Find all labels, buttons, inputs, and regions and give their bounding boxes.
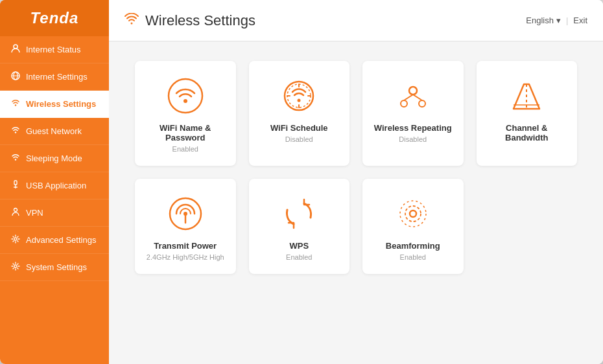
empty-card bbox=[477, 179, 578, 274]
svg-point-35 bbox=[405, 206, 421, 222]
card-title: Transmit Power bbox=[154, 241, 217, 251]
sidebar: Tenda Internet Status Internet Settings bbox=[0, 0, 109, 364]
svg-point-6 bbox=[15, 159, 16, 160]
wps-icon bbox=[279, 194, 318, 233]
svg-point-0 bbox=[14, 45, 18, 49]
sidebar-item-vpn[interactable]: VPN bbox=[0, 199, 109, 227]
language-label: English bbox=[526, 16, 554, 25]
header: Wireless Settings English ▾ | Exit bbox=[109, 0, 603, 41]
svg-line-27 bbox=[413, 95, 422, 100]
card-title: WiFi Name & Password bbox=[145, 123, 226, 142]
chevron-down-icon: ▾ bbox=[556, 16, 561, 25]
sidebar-item-internet-settings[interactable]: Internet Settings bbox=[0, 63, 109, 91]
card-wps[interactable]: WPS Enabled bbox=[249, 179, 350, 274]
page-title: Wireless Settings bbox=[145, 12, 255, 29]
wireless-settings-icon bbox=[10, 98, 21, 109]
sidebar-item-advanced-settings[interactable]: Advanced Settings bbox=[0, 227, 109, 254]
svg-point-13 bbox=[131, 23, 133, 25]
svg-point-34 bbox=[410, 210, 416, 217]
main-content: Wireless Settings English ▾ | Exit bbox=[109, 0, 603, 364]
sidebar-label: USB Application bbox=[26, 181, 86, 190]
wifi-schedule-icon bbox=[279, 76, 318, 115]
svg-point-25 bbox=[419, 100, 425, 107]
card-wifi-name-password[interactable]: WiFi Name & Password Enabled bbox=[135, 61, 236, 166]
svg-point-17 bbox=[287, 84, 311, 108]
cards-row-2: Transmit Power 2.4GHz High/5GHz High WPS bbox=[135, 179, 577, 274]
svg-line-26 bbox=[404, 95, 413, 100]
card-title: Beamforming bbox=[386, 241, 440, 251]
internet-settings-icon bbox=[10, 71, 21, 82]
svg-point-11 bbox=[14, 238, 17, 240]
vpn-icon bbox=[10, 207, 21, 218]
channel-bandwidth-icon bbox=[507, 76, 546, 115]
card-wireless-repeating[interactable]: Wireless Repeating Disabled bbox=[362, 61, 464, 166]
divider: | bbox=[566, 16, 568, 25]
sidebar-label: Sleeping Mode bbox=[26, 154, 82, 163]
guest-network-icon bbox=[10, 126, 21, 137]
svg-point-14 bbox=[169, 79, 202, 113]
sidebar-item-wireless-settings[interactable]: Wireless Settings bbox=[0, 91, 109, 118]
svg-point-10 bbox=[14, 209, 18, 212]
card-transmit-power[interactable]: Transmit Power 2.4GHz High/5GHz High bbox=[135, 179, 236, 274]
card-status: Disabled bbox=[399, 135, 427, 143]
card-status: Enabled bbox=[286, 253, 312, 261]
wifi-name-password-icon bbox=[166, 76, 205, 115]
advanced-settings-icon bbox=[10, 234, 21, 245]
svg-point-23 bbox=[409, 87, 417, 95]
card-status: Enabled bbox=[172, 145, 198, 153]
svg-point-5 bbox=[15, 131, 16, 133]
svg-point-15 bbox=[183, 99, 187, 103]
sidebar-item-system-settings[interactable]: System Settings bbox=[0, 254, 109, 281]
transmit-power-icon bbox=[166, 194, 205, 233]
card-title: WiFi Schedule bbox=[270, 123, 328, 133]
sidebar-label: Internet Status bbox=[26, 45, 81, 54]
card-status: Disabled bbox=[285, 135, 313, 143]
svg-rect-7 bbox=[14, 181, 17, 185]
sidebar-item-usb-application[interactable]: USB Application bbox=[0, 172, 109, 199]
sleeping-mode-icon bbox=[10, 153, 21, 164]
card-status: Enabled bbox=[400, 253, 426, 261]
header-wifi-icon bbox=[124, 13, 139, 28]
beamforming-icon bbox=[394, 194, 432, 233]
card-channel-bandwidth[interactable]: Channel & Bandwidth bbox=[477, 61, 578, 166]
svg-point-12 bbox=[14, 265, 17, 267]
sidebar-label: System Settings bbox=[26, 262, 87, 272]
card-status: 2.4GHz High/5GHz High bbox=[147, 253, 224, 261]
app-window: Tenda Internet Status Internet Settings bbox=[0, 0, 603, 364]
exit-button[interactable]: Exit bbox=[573, 16, 587, 25]
svg-point-36 bbox=[400, 201, 426, 227]
internet-status-icon bbox=[10, 44, 21, 55]
sidebar-item-internet-status[interactable]: Internet Status bbox=[0, 36, 109, 63]
card-title: WPS bbox=[289, 241, 309, 251]
system-settings-icon bbox=[10, 262, 21, 273]
content-area: WiFi Name & Password Enabled bbox=[109, 41, 603, 364]
sidebar-label: Guest Network bbox=[26, 126, 82, 136]
card-beamforming[interactable]: Beamforming Enabled bbox=[362, 179, 464, 274]
sidebar-label: Wireless Settings bbox=[26, 99, 96, 109]
logo: Tenda bbox=[0, 0, 109, 36]
wireless-repeating-icon bbox=[394, 76, 432, 115]
card-title: Wireless Repeating bbox=[374, 123, 452, 133]
sidebar-label: Internet Settings bbox=[26, 72, 88, 82]
card-title: Channel & Bandwidth bbox=[487, 123, 567, 142]
card-wifi-schedule[interactable]: WiFi Schedule Disabled bbox=[249, 61, 350, 166]
header-right: English ▾ | Exit bbox=[526, 16, 587, 25]
sidebar-label: Advanced Settings bbox=[26, 235, 96, 245]
svg-point-18 bbox=[298, 99, 301, 102]
language-selector[interactable]: English ▾ bbox=[526, 16, 561, 25]
usb-icon bbox=[10, 180, 21, 191]
svg-point-24 bbox=[401, 100, 407, 107]
sidebar-item-sleeping-mode[interactable]: Sleeping Mode bbox=[0, 145, 109, 172]
sidebar-item-guest-network[interactable]: Guest Network bbox=[0, 118, 109, 145]
sidebar-label: VPN bbox=[26, 208, 43, 218]
logo-text: Tenda bbox=[30, 9, 79, 27]
header-left: Wireless Settings bbox=[124, 12, 255, 29]
svg-point-4 bbox=[15, 104, 16, 106]
cards-row-1: WiFi Name & Password Enabled bbox=[135, 61, 577, 166]
